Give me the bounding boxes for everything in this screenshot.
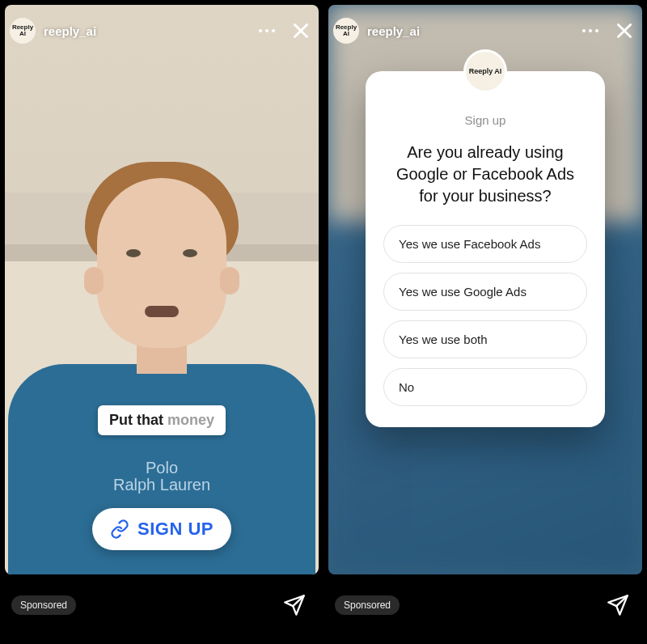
ellipsis-icon bbox=[259, 29, 275, 32]
signup-card: Reeply AI Sign up Are you already using … bbox=[366, 71, 605, 427]
option-both[interactable]: Yes we use both bbox=[383, 320, 587, 358]
sponsored-badge: Sponsored bbox=[11, 595, 76, 615]
story-footer: Sponsored bbox=[324, 579, 647, 644]
close-button[interactable] bbox=[611, 18, 637, 44]
card-question: Are you already using Google or Facebook… bbox=[383, 142, 587, 207]
avatar[interactable]: Reeply AI bbox=[10, 18, 36, 44]
close-icon bbox=[614, 20, 635, 41]
sponsored-badge: Sponsored bbox=[335, 595, 400, 615]
card-options: Yes we use Facebook Ads Yes we use Googl… bbox=[383, 225, 587, 406]
story-media[interactable]: Reeply AI Sign up Are you already using … bbox=[328, 5, 642, 574]
send-button[interactable] bbox=[280, 591, 309, 620]
paper-plane-icon bbox=[607, 594, 629, 616]
paper-plane-icon bbox=[283, 594, 306, 616]
card-avatar[interactable]: Reeply AI bbox=[466, 52, 505, 91]
card-kicker: Sign up bbox=[383, 113, 587, 127]
send-button[interactable] bbox=[603, 591, 632, 620]
option-no[interactable]: No bbox=[383, 368, 587, 406]
caption-text-fade: money bbox=[167, 412, 214, 428]
story-header: Reeply AI reeply_ai bbox=[10, 15, 314, 47]
story-right: Reeply AI Sign up Are you already using … bbox=[324, 0, 647, 644]
option-facebook-ads[interactable]: Yes we use Facebook Ads bbox=[383, 225, 587, 263]
option-google-ads[interactable]: Yes we use Google Ads bbox=[383, 273, 587, 311]
story-left: Put that money Polo Ralph Lauren SIGN UP… bbox=[0, 0, 324, 644]
ellipsis-icon bbox=[582, 29, 598, 32]
cta-label: SIGN UP bbox=[137, 519, 214, 540]
username[interactable]: reeply_ai bbox=[367, 24, 420, 38]
link-icon bbox=[110, 519, 129, 539]
sign-up-button[interactable]: SIGN UP bbox=[92, 508, 231, 550]
more-options-button[interactable] bbox=[577, 18, 603, 44]
close-button[interactable] bbox=[288, 18, 314, 44]
story-footer: Sponsored bbox=[0, 579, 324, 644]
caption-text-strong: Put that bbox=[109, 412, 163, 428]
username[interactable]: reeply_ai bbox=[44, 24, 96, 38]
avatar[interactable]: Reeply AI bbox=[333, 18, 359, 44]
video-caption: Put that money bbox=[98, 405, 226, 435]
shirt-brand-text: Polo Ralph Lauren bbox=[113, 460, 210, 494]
more-options-button[interactable] bbox=[254, 18, 280, 44]
close-icon bbox=[290, 20, 311, 41]
story-media[interactable]: Put that money Polo Ralph Lauren SIGN UP bbox=[5, 5, 319, 574]
story-header: Reeply AI reeply_ai bbox=[333, 15, 637, 47]
